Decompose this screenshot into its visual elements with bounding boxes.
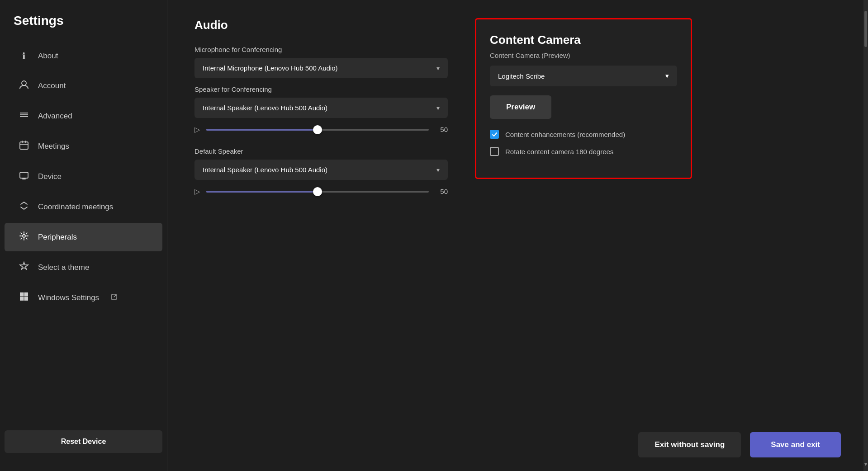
peripherals-icon [18,231,30,243]
microphone-label: Microphone for Conferencing [194,46,448,53]
default-speaker-slider-fill [206,191,318,193]
account-icon [18,80,30,92]
content-camera-panel: Content Camera Content Camera (Preview) … [475,18,692,179]
reset-device-button[interactable]: Reset Device [5,430,162,453]
coordinated-icon [18,201,30,213]
sidebar-item-device[interactable]: Device [5,162,162,191]
microphone-arrow-icon: ▾ [436,65,440,72]
sidebar-label-peripherals: Peripherals [38,233,77,242]
svg-rect-4 [20,142,28,149]
sidebar: Settings ℹ About Account Advanced [0,0,167,471]
sidebar-label-meetings: Meetings [38,142,69,151]
info-icon: ℹ [18,51,30,61]
meetings-icon [18,140,30,152]
default-speaker-slider-row: ▷ 50 [194,187,448,196]
default-speaker-volume-value: 50 [435,188,448,195]
svg-rect-13 [24,292,28,297]
sidebar-item-advanced[interactable]: Advanced [5,102,162,130]
camera-value: Logitech Scribe [498,72,545,80]
sidebar-label-account: Account [38,81,66,90]
sidebar-label-about: About [38,52,58,61]
sidebar-label-theme: Select a theme [38,263,89,272]
exit-without-saving-button[interactable]: Exit without saving [638,432,741,457]
svg-point-0 [22,81,26,85]
scrollbar[interactable]: ▾ [863,0,868,471]
sidebar-label-advanced: Advanced [38,112,72,121]
advanced-icon [18,110,30,122]
default-speaker-slider-thumb[interactable] [313,187,322,196]
speaker-arrow-icon: ▾ [436,104,440,112]
speaker-dropdown[interactable]: Internal Speaker (Lenovo Hub 500 Audio) … [194,98,448,118]
sidebar-item-coordinated[interactable]: Coordinated meetings [5,193,162,221]
app-title: Settings [0,14,167,42]
speaker-volume-value: 50 [435,126,448,133]
speaker-play-icon: ▷ [194,125,200,134]
sidebar-item-account[interactable]: Account [5,71,162,100]
microphone-dropdown[interactable]: Internal Microphone (Lenovo Hub 500 Audi… [194,58,448,78]
rotate-checkbox[interactable] [490,147,499,156]
default-speaker-arrow-icon: ▾ [436,166,440,174]
theme-icon [18,261,30,273]
speaker-label: Speaker for Conferencing [194,85,448,93]
camera-preview-label: Content Camera (Preview) [490,52,677,59]
sidebar-label-device: Device [38,172,62,181]
sidebar-label-coordinated: Coordinated meetings [38,203,113,212]
sidebar-item-meetings[interactable]: Meetings [5,132,162,160]
sidebar-label-windows: Windows Settings [38,293,99,302]
save-and-exit-button[interactable]: Save and exit [750,432,841,457]
svg-rect-14 [20,297,24,301]
scrollbar-thumb[interactable] [864,11,867,47]
speaker-value: Internal Speaker (Lenovo Hub 500 Audio) [203,104,327,112]
bottom-bar: Exit without saving Save and exit [194,419,841,457]
camera-dropdown[interactable]: Logitech Scribe ▾ [490,66,677,86]
default-speaker-value: Internal Speaker (Lenovo Hub 500 Audio) [203,166,327,174]
speaker-slider-fill [206,129,318,131]
preview-button[interactable]: Preview [490,95,551,119]
svg-rect-15 [24,297,28,301]
default-speaker-dropdown[interactable]: Internal Speaker (Lenovo Hub 500 Audio) … [194,160,448,180]
sidebar-item-select-theme[interactable]: Select a theme [5,253,162,282]
enhancement-row: Content enhancements (recommended) [490,130,677,139]
svg-rect-8 [20,172,28,178]
speaker-slider-track[interactable] [206,129,429,131]
speaker-slider-thumb[interactable] [313,125,322,134]
windows-icon [18,292,30,304]
sidebar-item-windows-settings[interactable]: Windows Settings [5,283,162,312]
speaker-slider-row: ▷ 50 [194,125,448,134]
default-speaker-slider-track[interactable] [206,191,429,193]
rotate-row: Rotate content camera 180 degrees [490,147,677,156]
rotate-label: Rotate content camera 180 degrees [505,148,613,155]
camera-title: Content Camera [490,33,677,47]
enhancement-checkbox[interactable] [490,130,499,139]
audio-panel: Audio Microphone for Conferencing Intern… [194,18,448,419]
camera-arrow-icon: ▾ [665,72,669,80]
external-link-icon [111,294,117,301]
scrollbar-down-arrow-icon[interactable]: ▾ [864,461,867,467]
default-speaker-label: Default Speaker [194,147,448,155]
svg-marker-11 [20,262,28,269]
device-icon [18,170,30,183]
audio-title: Audio [194,18,448,32]
content-panels: Audio Microphone for Conferencing Intern… [194,18,841,419]
microphone-value: Internal Microphone (Lenovo Hub 500 Audi… [203,64,338,72]
svg-rect-12 [20,292,24,297]
enhancement-label: Content enhancements (recommended) [505,131,625,138]
sidebar-bottom: Reset Device [0,430,167,462]
sidebar-item-about[interactable]: ℹ About [5,42,162,70]
svg-point-10 [23,235,25,237]
main-content: Audio Microphone for Conferencing Intern… [167,0,863,471]
sidebar-item-peripherals[interactable]: Peripherals [5,223,162,251]
default-speaker-play-icon: ▷ [194,187,200,196]
